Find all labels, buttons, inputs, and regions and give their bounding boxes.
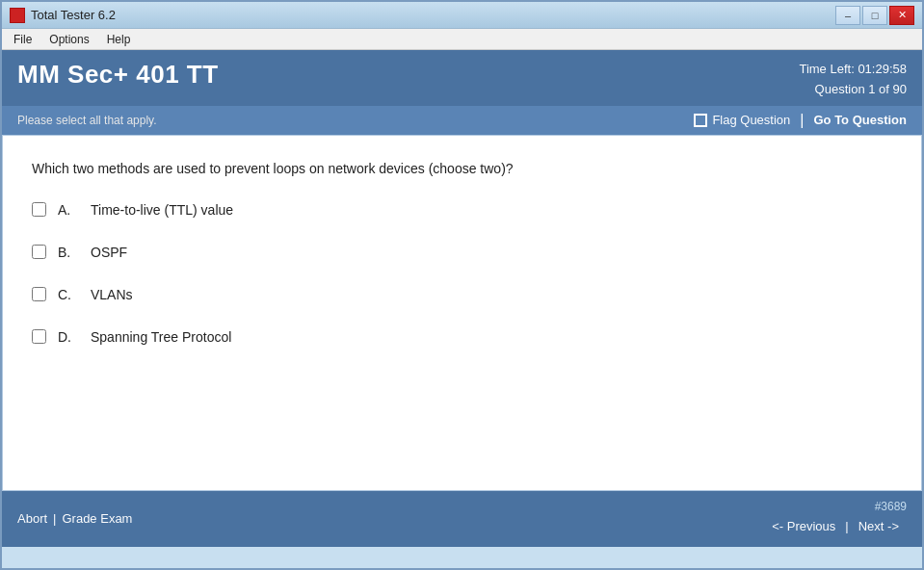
flag-question-label[interactable]: Flag Question	[694, 113, 790, 127]
app-icon	[10, 8, 25, 23]
option-c-letter: C.	[58, 287, 77, 302]
question-counter: Question 1 of 90	[799, 80, 907, 100]
timer-info: Time Left: 01:29:58 Question 1 of 90	[799, 60, 907, 100]
grade-exam-button[interactable]: Grade Exam	[62, 511, 132, 526]
question-area: Which two methods are used to prevent lo…	[2, 135, 922, 491]
maximize-button[interactable]: □	[862, 6, 887, 25]
footer-right: #3689 <- Previous | Next ->	[764, 500, 907, 537]
footer-left: Abort | Grade Exam	[17, 511, 132, 526]
window-controls: – □ ✕	[835, 6, 914, 25]
option-b-letter: B.	[58, 245, 77, 260]
checkbox-a[interactable]	[32, 202, 46, 217]
option-d-text: Spanning Tree Protocol	[91, 329, 231, 345]
checkbox-c[interactable]	[32, 287, 46, 301]
menu-file[interactable]: File	[6, 31, 40, 48]
option-c: C. VLANs	[32, 287, 892, 302]
header-separator: |	[800, 112, 804, 129]
menu-bar: File Options Help	[2, 29, 922, 50]
sub-header: Please select all that apply. Flag Quest…	[2, 106, 922, 135]
title-bar-left: Total Tester 6.2	[10, 8, 116, 23]
option-a-text: Time-to-live (TTL) value	[91, 202, 233, 218]
time-value: 01:29:58	[858, 62, 907, 76]
menu-help[interactable]: Help	[99, 31, 139, 48]
abort-button[interactable]: Abort	[17, 511, 47, 526]
option-d: D. Spanning Tree Protocol	[32, 329, 892, 345]
timer-display: Time Left: 01:29:58	[799, 60, 907, 80]
window-title: Total Tester 6.2	[31, 8, 116, 22]
minimize-button[interactable]: –	[835, 6, 860, 25]
flag-question-text: Flag Question	[712, 113, 790, 127]
option-b-text: OSPF	[91, 245, 127, 260]
option-d-label: D. Spanning Tree Protocol	[58, 329, 231, 345]
go-to-question-button[interactable]: Go To Question	[813, 113, 907, 127]
header-actions: Flag Question | Go To Question	[694, 112, 907, 129]
footer-separator-1: |	[53, 511, 56, 526]
checkbox-d[interactable]	[32, 329, 46, 344]
option-c-text: VLANs	[91, 287, 133, 302]
option-d-letter: D.	[58, 329, 77, 345]
flag-checkbox[interactable]	[694, 114, 707, 127]
close-button[interactable]: ✕	[889, 6, 914, 25]
exam-title: MM Sec+ 401 TT	[17, 60, 219, 90]
instruction-text: Please select all that apply.	[17, 114, 157, 127]
menu-options[interactable]: Options	[41, 31, 96, 48]
question-text: Which two methods are used to prevent lo…	[32, 159, 892, 179]
time-label: Time Left:	[799, 62, 854, 76]
option-b-label: B. OSPF	[58, 245, 127, 260]
option-a-label: A. Time-to-live (TTL) value	[58, 202, 233, 218]
option-a-letter: A.	[58, 202, 77, 218]
option-a: A. Time-to-live (TTL) value	[32, 202, 892, 218]
next-button[interactable]: Next ->	[851, 515, 907, 537]
checkbox-b[interactable]	[32, 245, 46, 259]
previous-button[interactable]: <- Previous	[764, 515, 843, 537]
question-id: #3689	[875, 500, 907, 513]
title-bar: Total Tester 6.2 – □ ✕	[2, 2, 922, 29]
option-c-label: C. VLANs	[58, 287, 133, 302]
option-b: B. OSPF	[32, 245, 892, 260]
footer: Abort | Grade Exam #3689 <- Previous | N…	[2, 491, 922, 547]
nav-buttons: <- Previous | Next ->	[764, 515, 907, 537]
exam-header: MM Sec+ 401 TT Time Left: 01:29:58 Quest…	[2, 50, 922, 106]
nav-separator: |	[845, 519, 848, 533]
